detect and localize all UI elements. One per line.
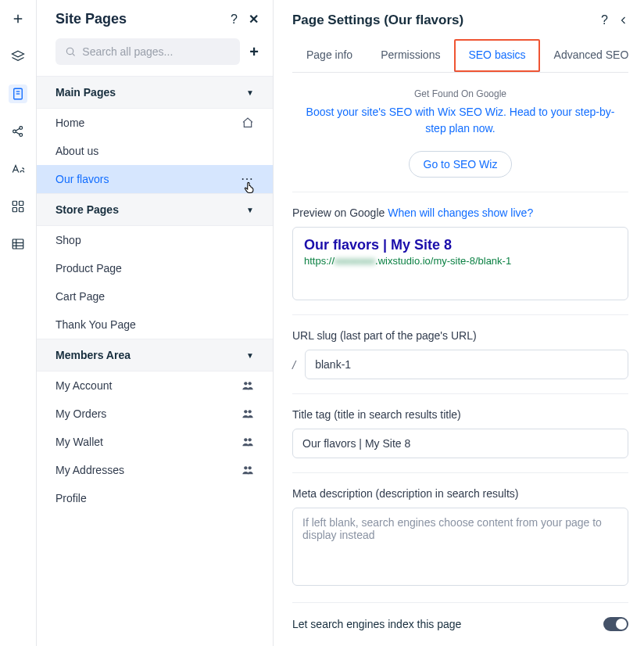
page-item-profile[interactable]: Profile [37,484,273,512]
title-tag-label: Title tag (title in search results title… [292,408,628,421]
google-preview-label: Preview on Google When will changes show… [292,206,628,219]
close-icon[interactable]: ✕ [249,12,259,27]
svg-marker-2 [13,51,24,57]
rail-apps-icon[interactable] [9,197,27,216]
members-icon [242,380,254,391]
svg-line-9 [16,128,20,131]
members-icon [242,436,254,447]
more-icon[interactable]: ⋯ [241,173,254,185]
url-slug-label: URL slug (last part of the page's URL) [292,329,628,342]
tab-advanced-seo[interactable]: Advanced SEO [540,39,643,72]
page-item-home[interactable]: Home [37,109,273,137]
page-settings-panel: Page Settings (Our flavors) ? Page info … [274,0,644,646]
help-icon[interactable]: ? [231,13,238,27]
search-input-wrapper[interactable] [55,38,240,65]
svg-line-21 [73,54,75,56]
chevron-down-icon: ▼ [246,206,254,214]
page-item-thank-you-page[interactable]: Thank You Page [37,310,273,339]
preview-label-text: Preview on Google [292,206,385,219]
preview-changes-link[interactable]: When will changes show live? [388,206,533,219]
page-label: Our flavors [55,173,109,185]
page-label: Home [55,117,84,129]
svg-point-22 [244,382,247,385]
meta-description-input[interactable] [292,508,628,586]
page-item-my-addresses[interactable]: My Addresses [37,456,273,484]
svg-rect-13 [20,201,23,205]
page-label: My Addresses [55,464,124,476]
tab-seo-basics[interactable]: SEO basics [454,39,539,72]
page-item-about-us[interactable]: About us [37,137,273,165]
section-main-pages[interactable]: Main Pages ▼ [37,76,273,109]
rail-layers-icon[interactable] [9,47,27,66]
svg-point-20 [66,48,73,54]
index-toggle[interactable] [603,617,628,631]
page-item-my-orders[interactable]: My Orders [37,400,273,428]
page-item-shop[interactable]: Shop [37,226,273,254]
svg-rect-12 [13,201,16,205]
page-item-cart-page[interactable]: Cart Page [37,282,273,310]
gp-url-blur: xxxxxxxx [335,255,375,267]
rail-add-icon[interactable] [9,9,27,28]
svg-line-10 [16,132,20,135]
site-pages-panel: Site Pages ? ✕ + Main Pages ▼ Home Abou [37,0,274,646]
page-label: About us [55,145,98,157]
page-item-my-wallet[interactable]: My Wallet [37,428,273,456]
svg-rect-14 [13,208,16,212]
svg-point-29 [249,466,252,469]
svg-point-26 [244,438,247,441]
page-label: Profile [55,492,87,504]
section-label: Store Pages [55,203,119,216]
svg-point-24 [244,410,247,413]
page-label: My Orders [55,407,106,420]
rail-share-icon[interactable] [9,122,27,141]
page-item-our-flavors[interactable]: Our flavors ⋯ [37,165,273,193]
slug-slash: / [292,358,295,371]
google-preview-url: https://xxxxxxxx.wixstudio.io/my-site-8/… [304,255,617,267]
gp-url-prefix: https:// [304,255,335,267]
section-members-area[interactable]: Members Area ▼ [37,339,273,371]
tab-page-info[interactable]: Page info [292,39,367,72]
members-icon [242,465,254,476]
svg-rect-16 [13,239,23,249]
left-icon-rail [0,0,37,646]
help-icon[interactable]: ? [601,13,608,27]
site-pages-title: Site Pages [55,11,127,27]
settings-tabs: Page info Permissions SEO basics Advance… [292,39,628,73]
go-to-seo-wiz-button[interactable]: Go to SEO Wiz [409,151,513,178]
section-label: Main Pages [55,86,116,99]
url-slug-input[interactable] [305,350,628,379]
page-item-my-account[interactable]: My Account [37,371,273,400]
rail-page-icon[interactable] [9,84,27,103]
back-icon[interactable] [619,15,628,26]
chevron-down-icon: ▼ [246,88,254,97]
chevron-down-icon: ▼ [246,351,254,360]
google-preview-title: Our flavors | My Site 8 [304,237,617,253]
seo-found-label: Get Found On Google [300,88,621,99]
search-input[interactable] [82,45,231,58]
gp-url-suffix: .wixstudio.io/my-site-8/blank-1 [375,255,511,267]
tab-permissions[interactable]: Permissions [367,39,454,72]
page-label: My Wallet [55,436,103,448]
page-item-product-page[interactable]: Product Page [37,254,273,282]
page-label: Cart Page [55,290,105,303]
settings-title: Page Settings (Our flavors) [292,13,463,28]
title-tag-input[interactable] [292,429,628,458]
google-preview-box: Our flavors | My Site 8 https://xxxxxxxx… [292,227,628,300]
section-store-pages[interactable]: Store Pages ▼ [37,193,273,226]
page-label: Thank You Page [55,318,136,331]
rail-font-icon[interactable] [9,160,27,178]
rail-table-icon[interactable] [9,235,27,253]
svg-point-28 [244,466,247,469]
meta-description-label: Meta description (description in search … [292,487,628,500]
members-icon [242,408,254,419]
seo-lead-text: Boost your site's SEO with Wix SEO Wiz. … [300,104,621,137]
index-toggle-label: Let search engines index this page [292,618,461,630]
home-icon [242,117,254,129]
toggle-knob [616,619,627,630]
search-icon [65,45,76,58]
add-page-button[interactable]: + [249,43,259,61]
section-label: Members Area [55,349,131,361]
page-label: My Account [55,379,112,392]
page-label: Shop [55,234,81,246]
svg-point-25 [249,410,252,413]
